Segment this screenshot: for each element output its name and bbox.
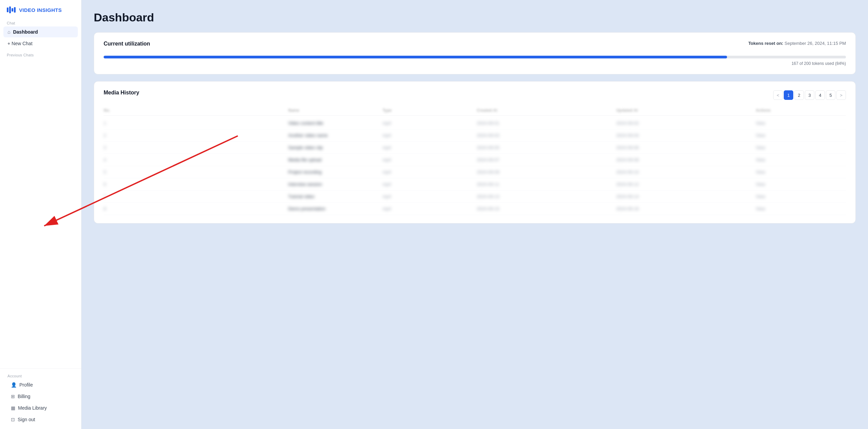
pagination-page-4[interactable]: 4 bbox=[815, 90, 825, 100]
sidebar-item-media-library[interactable]: ▦ Media Library bbox=[7, 403, 74, 413]
pagination-next[interactable]: > bbox=[836, 90, 846, 100]
sidebar-media-library-label: Media Library bbox=[18, 405, 47, 411]
media-library-icon: ▦ bbox=[11, 405, 15, 411]
table-row: 2 Another video name mp4 2024-09-03 2024… bbox=[104, 129, 846, 142]
media-history-card: Media History < 1 2 3 4 5 > No. Name bbox=[94, 81, 856, 224]
previous-chats-label: Previous Chats bbox=[0, 50, 81, 59]
pagination: < 1 2 3 4 5 > bbox=[773, 90, 846, 100]
sidebar-item-dashboard[interactable]: ⌂ Dashboard bbox=[3, 26, 78, 37]
sidebar-spacer bbox=[0, 59, 81, 368]
sign-out-icon: ⊡ bbox=[11, 417, 15, 422]
progress-bar-fill bbox=[104, 56, 727, 58]
table-row: 4 Media file upload mp4 2024-09-07 2024-… bbox=[104, 154, 846, 166]
table-row: 3 Sample video clip mp4 2024-09-05 2024-… bbox=[104, 142, 846, 154]
tokens-reset-bold: Tokens reset on: bbox=[748, 41, 783, 46]
page-title: Dashboard bbox=[94, 11, 856, 24]
sidebar-nav: ⌂ Dashboard + New Chat bbox=[0, 26, 81, 50]
col-header-no: No. bbox=[104, 108, 284, 113]
logo-icon bbox=[7, 6, 16, 14]
sidebar-dashboard-label: Dashboard bbox=[13, 29, 38, 35]
col-header-updated: Updated At bbox=[616, 108, 751, 113]
svg-rect-4 bbox=[12, 8, 13, 12]
main-content: Dashboard Current utilization Tokens res… bbox=[82, 0, 868, 429]
col-header-type: Type bbox=[383, 108, 473, 113]
billing-icon: ⊞ bbox=[11, 394, 15, 399]
main-wrapper: Dashboard Current utilization Tokens res… bbox=[82, 0, 868, 429]
media-history-title: Media History bbox=[104, 90, 139, 96]
utilization-card-title: Current utilization bbox=[104, 41, 150, 47]
sidebar-profile-label: Profile bbox=[19, 382, 33, 388]
pagination-page-5[interactable]: 5 bbox=[826, 90, 835, 100]
utilization-header: Current utilization Tokens reset on: Sep… bbox=[104, 41, 846, 52]
col-header-actions: Actions bbox=[756, 108, 846, 113]
sidebar-item-billing[interactable]: ⊞ Billing bbox=[7, 391, 74, 402]
svg-rect-2 bbox=[7, 7, 8, 12]
media-history-header: Media History < 1 2 3 4 5 > bbox=[104, 90, 846, 101]
sidebar-sign-out-label: Sign out bbox=[18, 417, 35, 422]
home-icon: ⌂ bbox=[7, 29, 10, 35]
col-header-created: Created At bbox=[477, 108, 612, 113]
svg-rect-3 bbox=[9, 6, 11, 13]
sidebar-billing-label: Billing bbox=[18, 394, 30, 399]
tokens-reset-date: September 26, 2024, 11:15 PM bbox=[784, 41, 846, 46]
tokens-reset-label: Tokens reset on: September 26, 2024, 11:… bbox=[748, 41, 846, 46]
svg-rect-5 bbox=[14, 7, 16, 13]
logo-area: VIDEO INSIGHTS bbox=[0, 0, 81, 18]
sidebar-item-sign-out[interactable]: ⊡ Sign out bbox=[7, 414, 74, 425]
progress-bar-background bbox=[104, 56, 846, 58]
sidebar: VIDEO INSIGHTS Chat ⌂ Dashboard + New Ch… bbox=[0, 0, 82, 429]
table-row: 5 Project recording mp4 2024-09-09 2024-… bbox=[104, 166, 846, 178]
profile-icon: 👤 bbox=[11, 382, 17, 388]
sidebar-new-chat-label: + New Chat bbox=[7, 41, 33, 46]
utilization-card: Current utilization Tokens reset on: Sep… bbox=[94, 32, 856, 74]
table-row: 6 Interview session mp4 2024-09-11 2024-… bbox=[104, 178, 846, 191]
pagination-prev[interactable]: < bbox=[773, 90, 783, 100]
table-row: 1 Video content title mp4 2024-09-01 202… bbox=[104, 117, 846, 129]
sidebar-bottom: Account 👤 Profile ⊞ Billing ▦ Media Libr… bbox=[0, 368, 81, 429]
tokens-used-label: 167 of 200 tokens used (84%) bbox=[104, 61, 846, 66]
table-row: 8 Demo presentation mp4 2024-09-15 2024-… bbox=[104, 203, 846, 215]
pagination-page-1[interactable]: 1 bbox=[784, 90, 793, 100]
chat-section-label: Chat bbox=[0, 18, 81, 26]
pagination-page-3[interactable]: 3 bbox=[805, 90, 814, 100]
col-header-name: Name bbox=[288, 108, 378, 113]
pagination-page-2[interactable]: 2 bbox=[794, 90, 804, 100]
sidebar-item-new-chat[interactable]: + New Chat bbox=[3, 38, 78, 49]
sidebar-item-profile[interactable]: 👤 Profile bbox=[7, 379, 74, 390]
main-inner: Dashboard Current utilization Tokens res… bbox=[82, 0, 868, 243]
table-row: 7 Tutorial video mp4 2024-09-13 2024-09-… bbox=[104, 191, 846, 203]
sidebar-account-nav: 👤 Profile ⊞ Billing ▦ Media Library ⊡ Si… bbox=[3, 379, 78, 425]
logo-text: VIDEO INSIGHTS bbox=[19, 7, 62, 13]
table-header: No. Name Type Created At Updated At Acti… bbox=[104, 106, 846, 116]
account-section-label: Account bbox=[3, 372, 78, 379]
